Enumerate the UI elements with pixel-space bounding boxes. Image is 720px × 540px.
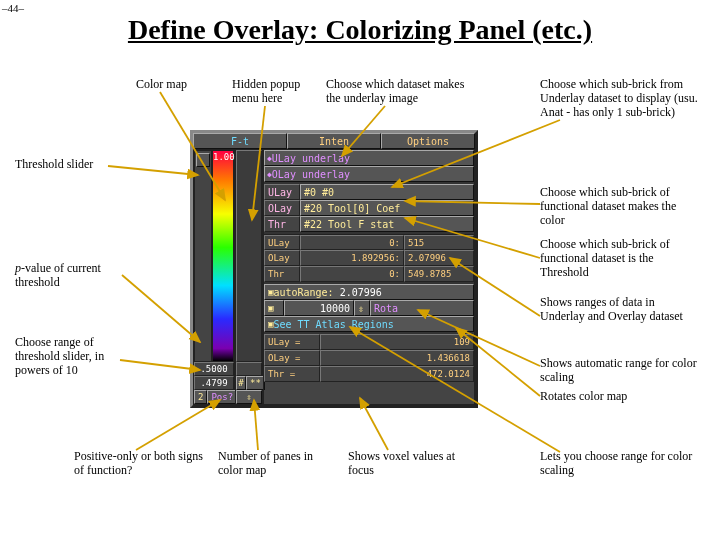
focus-ulay-value: 109 [320, 334, 474, 350]
range-thr-label: Thr [264, 266, 300, 282]
panes-arrows[interactable]: ⇳ [236, 390, 262, 404]
note-subbrick-thr: Choose which sub-brick of functional dat… [540, 238, 700, 279]
note-colormap: Color map [136, 78, 187, 92]
olay-underlay[interactable]: OLay underlay [264, 166, 474, 182]
thr-exp-value: .4799 [194, 376, 234, 390]
range-olay-1: 2.07996 [404, 250, 474, 266]
thr-subbrick-select[interactable]: #22 Tool F stat [300, 216, 474, 232]
rota-button[interactable]: Rota [370, 300, 474, 316]
note-pval-rest: -value of current threshold [15, 261, 101, 289]
thr-label: Thr [264, 216, 300, 232]
range-olay-0: 1.892956: [300, 250, 404, 266]
options-button[interactable]: Options [381, 133, 475, 149]
olay-label: OLay [264, 200, 300, 216]
svg-line-10 [120, 360, 200, 370]
svg-line-5 [108, 166, 198, 175]
panes-label: # [236, 376, 246, 390]
focus-thr-value: 472.0124 [320, 366, 474, 382]
threshold-slider[interactable] [194, 150, 212, 362]
range-thr-0: 0: [300, 266, 404, 282]
range-thr-1: 549.8785 [404, 266, 474, 282]
note-subbrick-ul: Choose which sub-brick from Underlay dat… [540, 78, 700, 119]
note-auto-range: Shows automatic range for color scaling [540, 357, 700, 385]
focus-olay-label: OLay = [264, 350, 320, 366]
thr-exp-stepper[interactable]: 2 [194, 390, 207, 404]
olay-subbrick-select[interactable]: #20 Tool[0] Coef [300, 200, 474, 216]
note-user-range: Lets you choose range for color scaling [540, 450, 700, 478]
header-row: F-t Inten Options [193, 133, 475, 149]
range-olay-label: OLay [264, 250, 300, 266]
range-ulay-1: 515 [404, 235, 474, 250]
spacer-cell [236, 362, 262, 376]
note-ranges: Shows ranges of data in Underlay and Ove… [540, 296, 700, 324]
pval-readout: .5000 [194, 362, 234, 376]
range-stepper-icon[interactable]: ⇳ [354, 300, 370, 316]
ulay-underlay[interactable]: ULay underlay [264, 150, 474, 166]
range-checkbox[interactable] [264, 300, 284, 316]
colormap-gradient[interactable]: 1.00 [212, 150, 234, 362]
note-hidden-popup: Hidden popup menu here [232, 78, 312, 106]
autorange-toggle[interactable]: autoRange: 2.07996 [264, 284, 474, 300]
svg-line-7 [122, 275, 200, 342]
range-ulay-label: ULay [264, 235, 300, 250]
slider-grip[interactable] [196, 153, 210, 167]
focus-thr-label: Thr = [264, 366, 320, 382]
note-pval: p-value of current threshold [15, 262, 125, 290]
ft-button[interactable]: F-t [193, 133, 287, 149]
range-ulay-0: 0: [300, 235, 404, 250]
note-panes: Number of panes in color map [218, 450, 328, 478]
page-number: –44– [2, 2, 24, 14]
note-thresh-slider: Threshold slider [15, 158, 93, 172]
range-input[interactable]: 10000 [284, 300, 354, 316]
pos-toggle[interactable]: Pos? [207, 390, 237, 404]
tt-atlas-toggle[interactable]: See TT Atlas Regions [264, 316, 474, 332]
note-range-slider: Choose range of threshold slider, in pow… [15, 336, 125, 377]
ulay-label: ULay [264, 184, 300, 200]
ulay-subbrick-select[interactable]: #0 #0 [300, 184, 474, 200]
hidden-popup-area[interactable] [236, 150, 262, 362]
autorange-label: autoRange: [273, 287, 333, 298]
note-underlay-ds: Choose which dataset makes the underlay … [326, 78, 476, 106]
gradient-top-value: 1.00 [213, 152, 235, 162]
note-voxel-focus: Shows voxel values at focus [348, 450, 458, 478]
focus-olay-value: 1.436618 [320, 350, 474, 366]
focus-ulay-label: ULay = [264, 334, 320, 350]
page-title: Define Overlay: Colorizing Panel (etc.) [0, 14, 720, 46]
note-rota: Rotates color map [540, 390, 700, 404]
colorizing-panel: F-t Inten Options 1.00 .5000 .4799 2 Pos… [190, 130, 478, 408]
inten-button[interactable]: Inten [287, 133, 381, 149]
autorange-value: 2.07996 [340, 287, 382, 298]
note-subbrick-color: Choose which sub-brick of functional dat… [540, 186, 700, 227]
note-posneg: Positive-only or both signs of function? [74, 450, 204, 478]
